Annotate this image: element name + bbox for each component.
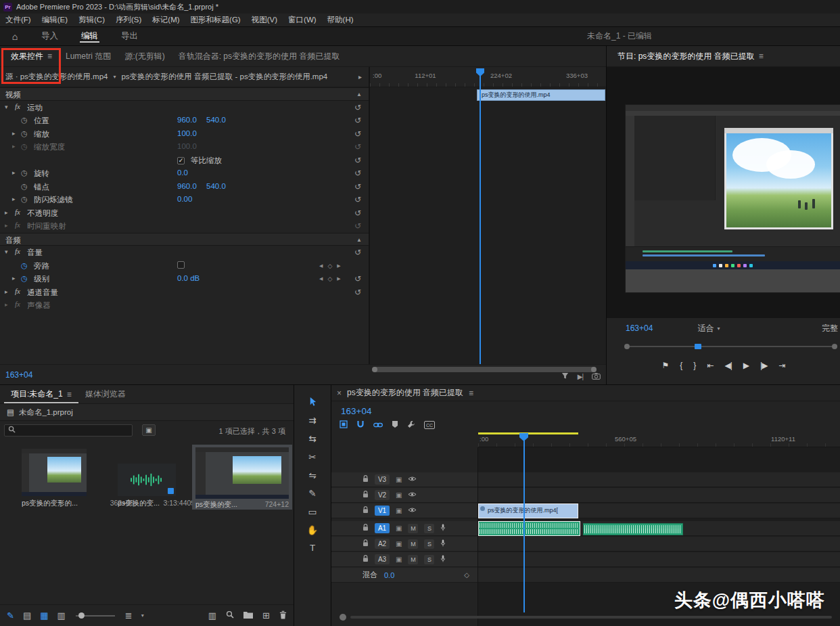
- work-area-bar[interactable]: [478, 432, 578, 434]
- freeform-view-button[interactable]: ▥: [57, 610, 66, 621]
- stopwatch-icon[interactable]: ◷: [21, 142, 28, 151]
- panel-menu-icon[interactable]: ≡: [47, 51, 52, 61]
- chevron-icon[interactable]: ▸: [5, 209, 8, 216]
- solo-button[interactable]: S: [424, 555, 434, 564]
- param-value[interactable]: 540.0: [206, 182, 233, 190]
- ec-row-param[interactable]: ◷锚点960.0540.0↺: [0, 180, 369, 194]
- checkbox[interactable]: ✓: [177, 157, 185, 164]
- reset-icon[interactable]: ↺: [354, 208, 361, 218]
- project-item-label[interactable]: ps变换的变... 3:13:44097: [118, 499, 199, 508]
- track-header-v3[interactable]: V3▣: [331, 472, 477, 487]
- timeline-ruler[interactable]: :00 560+05 1120+11: [478, 432, 840, 447]
- zoom-slider-knob[interactable]: [78, 612, 85, 619]
- nest-insert-icon[interactable]: [340, 420, 348, 430]
- slip-tool[interactable]: ⇋: [305, 469, 320, 480]
- type-tool[interactable]: T: [305, 542, 320, 554]
- reset-icon[interactable]: ↺: [354, 288, 361, 297]
- zoom-level-select[interactable]: 适合 ▾: [697, 323, 720, 334]
- playback-resolution-select[interactable]: 完整: [822, 323, 838, 334]
- toggle-track-output-icon[interactable]: [408, 476, 417, 483]
- param-value[interactable]: 100.0: [177, 142, 204, 150]
- play-button[interactable]: ▶: [743, 361, 749, 370]
- track-select-forward-tool[interactable]: ⇉: [305, 414, 320, 426]
- track-header-v2[interactable]: V2▣: [331, 488, 477, 503]
- menu-window[interactable]: 窗口(W): [283, 14, 322, 26]
- snap-magnet-icon[interactable]: [356, 420, 365, 430]
- chevron-down-icon[interactable]: ▾: [113, 74, 116, 80]
- ec-row-effect[interactable]: ▸fx不透明度↺: [0, 206, 369, 220]
- lock-icon[interactable]: [363, 506, 369, 515]
- param-value[interactable]: 0.0: [177, 169, 204, 177]
- timeline-playhead-line[interactable]: [523, 433, 525, 612]
- find-button[interactable]: [226, 610, 234, 621]
- toggle-track-output-icon[interactable]: [408, 507, 417, 514]
- linked-selection-icon[interactable]: [373, 420, 383, 430]
- param-value[interactable]: 100.0: [177, 129, 204, 137]
- new-bin-button[interactable]: [243, 610, 253, 621]
- solo-button[interactable]: S: [424, 524, 434, 533]
- reset-icon[interactable]: ↺: [354, 195, 361, 204]
- scroll-knob[interactable]: [340, 614, 346, 621]
- reset-icon[interactable]: ↺: [354, 221, 361, 231]
- chevron-icon[interactable]: ▸: [12, 196, 16, 202]
- audio-clip[interactable]: [478, 521, 580, 536]
- ec-row-check[interactable]: ◷旁路◀◇▶: [0, 259, 369, 273]
- go-to-out-button[interactable]: ⇥: [778, 361, 785, 370]
- ec-row-param[interactable]: ▸◷缩放100.0↺: [0, 127, 369, 141]
- stopwatch-icon[interactable]: ◷: [21, 129, 28, 138]
- master-volume-value[interactable]: 0.0: [384, 571, 394, 579]
- menu-clip[interactable]: 剪辑(C): [73, 14, 110, 26]
- list-view-button[interactable]: ▤: [23, 610, 31, 621]
- track-target-button[interactable]: A3: [375, 554, 390, 564]
- prev-keyframe-icon[interactable]: ◀: [319, 276, 323, 282]
- mute-button[interactable]: M: [408, 555, 418, 564]
- tab-audio-track-mixer[interactable]: 音轨混合器: ps变换的变形的使用 音频已提取: [172, 46, 347, 66]
- menu-graphics[interactable]: 图形和标题(G): [185, 14, 246, 26]
- mute-button[interactable]: M: [408, 524, 418, 533]
- timeline-settings-icon[interactable]: [407, 420, 415, 430]
- workspace-tab-edit[interactable]: 编辑: [70, 27, 110, 45]
- track-header-v1[interactable]: V1▣: [331, 504, 477, 518]
- chevron-icon[interactable]: ▾: [5, 104, 8, 110]
- ec-row-effect[interactable]: ▸fx通道音量↺: [0, 286, 369, 299]
- master-track-row[interactable]: 混合 0.0 ◇: [331, 568, 477, 583]
- add-keyframe-icon[interactable]: ◇: [327, 275, 332, 282]
- collapse-icon[interactable]: ▲: [356, 237, 362, 243]
- workspace-tab-import[interactable]: 导入: [30, 27, 70, 45]
- hand-tool[interactable]: ✋: [305, 524, 320, 535]
- chevron-icon[interactable]: ▾: [5, 248, 8, 255]
- reset-icon[interactable]: ↺: [354, 248, 361, 257]
- sync-lock-icon[interactable]: ▣: [396, 540, 402, 547]
- new-item-button[interactable]: ⊞: [262, 610, 270, 621]
- menu-edit[interactable]: 编辑(E): [37, 14, 73, 26]
- menu-help[interactable]: 帮助(H): [322, 14, 359, 26]
- tab-sequence[interactable]: ps变换的变形的使用 音频已提取: [347, 387, 463, 399]
- ec-show-timeline-icon[interactable]: ▸: [358, 73, 362, 81]
- delete-button[interactable]: [279, 610, 287, 621]
- home-icon[interactable]: ⌂: [0, 31, 30, 42]
- record-mic-icon[interactable]: [440, 524, 446, 533]
- chevron-icon[interactable]: ▸: [12, 130, 16, 137]
- stopwatch-icon[interactable]: ◷: [21, 169, 28, 177]
- program-viewer[interactable]: [607, 67, 840, 318]
- pencil-icon[interactable]: ✎: [7, 610, 14, 621]
- stopwatch-icon[interactable]: ◷: [21, 182, 28, 191]
- stopwatch-icon[interactable]: ◷: [21, 195, 28, 204]
- stopwatch-icon[interactable]: ◷: [21, 261, 28, 270]
- lock-icon[interactable]: [363, 524, 369, 533]
- ec-row-effect[interactable]: ▾fx音量↺: [0, 246, 369, 259]
- reset-icon[interactable]: ↺: [354, 129, 361, 139]
- track-header-a3[interactable]: A3▣MS: [331, 552, 477, 567]
- panel-menu-icon[interactable]: ≡: [759, 51, 764, 61]
- track-header-a1[interactable]: A1▣MS: [331, 521, 477, 536]
- zoom-slider[interactable]: [76, 615, 115, 617]
- tab-lumetri-scopes[interactable]: Lumetri 范围: [59, 46, 118, 66]
- track-target-button[interactable]: V1: [375, 506, 390, 516]
- automate-to-sequence-button[interactable]: ▥: [208, 610, 216, 621]
- add-marker-icon[interactable]: [392, 420, 398, 430]
- chevron-icon[interactable]: ▸: [12, 275, 16, 282]
- panel-menu-icon[interactable]: ≡: [469, 388, 473, 398]
- next-keyframe-icon[interactable]: ▶: [337, 263, 340, 269]
- add-keyframe-icon[interactable]: ◇: [327, 263, 332, 269]
- sync-lock-icon[interactable]: ▣: [396, 524, 402, 532]
